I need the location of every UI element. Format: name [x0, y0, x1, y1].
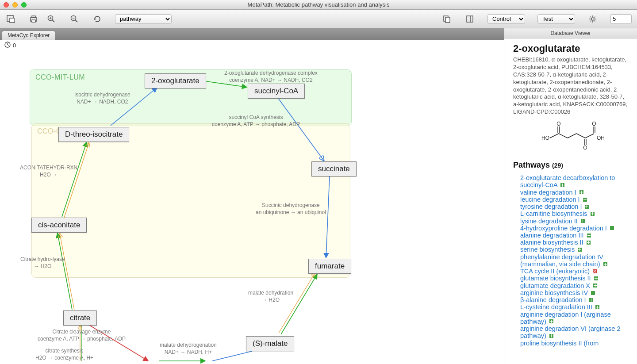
zoom-window-icon[interactable]: [21, 2, 27, 8]
pathway-canvas[interactable]: CCO-MIT-LUMCCO-C: [0, 51, 504, 364]
zoom-out-icon[interactable]: [69, 14, 80, 24]
compound-title: 2-oxoglutarate: [513, 43, 631, 54]
gear-icon[interactable]: [587, 14, 598, 24]
add-pathway-icon[interactable]: [579, 190, 583, 194]
pathway-link[interactable]: arginine degradation I (arginase pathway…: [520, 311, 611, 325]
node-citrate[interactable]: citrate: [63, 310, 97, 326]
edge-label: malate dehydration→ H2O: [248, 290, 293, 303]
pathway-link[interactable]: TCA cycle II (eukaryotic): [520, 268, 590, 275]
pathway-item: glutamate biosynthesis II: [520, 275, 631, 282]
add-pathway-icon[interactable]: [581, 219, 585, 223]
pathway-link[interactable]: lysine degradation II: [520, 218, 578, 225]
add-pathway-icon[interactable]: [610, 226, 614, 230]
add-pathway-icon[interactable]: [587, 234, 591, 238]
compound-structure: O O O HO OH: [513, 120, 631, 153]
add-pathway-icon[interactable]: [591, 212, 595, 216]
pathway-link[interactable]: glutamate degradation X: [520, 282, 590, 289]
pathway-link[interactable]: glutamate biosynthesis II: [520, 275, 591, 282]
svg-line-11: [75, 20, 77, 22]
test-select[interactable]: Test: [537, 14, 575, 24]
print-icon[interactable]: [28, 14, 39, 24]
panel-icon[interactable]: [464, 14, 475, 24]
svg-point-18: [591, 18, 594, 20]
pathway-item: 2-oxoglutarate decarboxylation to succin…: [520, 174, 631, 188]
number-spinner[interactable]: [610, 14, 632, 24]
add-pathway-icon[interactable]: [578, 248, 582, 252]
pathway-link[interactable]: arginine degradation VI (arginase 2 path…: [520, 325, 621, 339]
pathway-item: arginine degradation VI (arginase 2 path…: [520, 325, 631, 339]
add-pathway-icon[interactable]: [549, 334, 553, 338]
node-succinylcoa[interactable]: succinyl-CoA: [248, 84, 305, 99]
node-oxoglutarate[interactable]: 2-oxoglutarate: [145, 73, 206, 88]
pathways-heading: Pathways (29): [513, 161, 631, 170]
svg-line-29: [8, 45, 9, 46]
node-smalate[interactable]: (S)-malate: [246, 336, 294, 351]
pathway-item: leucine degradation I: [520, 196, 631, 203]
pathway-item: L-carnitine biosynthesis: [520, 210, 631, 217]
svg-line-47: [568, 134, 576, 138]
svg-text:O: O: [583, 145, 587, 151]
tab-metacyc-explorer[interactable]: MetaCyc Explorer: [2, 31, 55, 40]
pathway-link[interactable]: alanine degradation III: [520, 232, 584, 239]
pathway-item: TCA cycle II (eukaryotic): [520, 268, 631, 275]
layout-icon[interactable]: [5, 14, 16, 24]
svg-line-45: [550, 134, 559, 138]
zoom-in-icon[interactable]: [46, 14, 57, 24]
remove-pathway-icon[interactable]: [593, 269, 597, 273]
add-pathway-icon[interactable]: [585, 205, 589, 209]
pathway-link[interactable]: proline biosynthesis II (from: [520, 340, 599, 347]
pathway-item: arginine degradation I (arginase pathway…: [520, 311, 631, 325]
close-window-icon[interactable]: [4, 2, 9, 8]
svg-text:OH: OH: [597, 135, 605, 141]
add-pathway-icon[interactable]: [595, 305, 599, 309]
tab-bar: MetaCyc Explorer: [0, 28, 504, 40]
minimize-window-icon[interactable]: [12, 2, 18, 8]
status-line: 0: [0, 40, 504, 51]
node-cisaconitate[interactable]: cis-aconitate: [31, 218, 87, 233]
database-viewer-header: Database Viewer: [504, 28, 637, 38]
pathway-link[interactable]: β-alanine degradation I: [520, 296, 586, 303]
pathway-link[interactable]: serine biosynthesis: [520, 246, 575, 253]
add-pathway-icon[interactable]: [591, 291, 595, 295]
toolbar: pathway Control Test: [0, 10, 637, 28]
region-label: CCO-MIT-LUM: [35, 73, 85, 81]
pathway-link[interactable]: leucine degradation I: [520, 196, 580, 203]
node-fumarate[interactable]: fumarate: [308, 259, 351, 274]
pathway-link[interactable]: alanine biosynthesis II: [520, 239, 583, 246]
pathway-item: lysine degradation II: [520, 218, 631, 225]
node-isocitrate[interactable]: D-threo-isocitrate: [58, 127, 129, 142]
add-pathway-icon[interactable]: [560, 183, 564, 187]
control-select[interactable]: Control: [487, 14, 525, 24]
svg-marker-13: [94, 19, 96, 20]
pathway-link[interactable]: phenylalanine degradation IV (mammalian,…: [520, 253, 603, 268]
pathway-item: glutamate degradation X: [520, 282, 631, 289]
pathway-item: β-alanine degradation I: [520, 296, 631, 303]
add-pathway-icon[interactable]: [593, 284, 597, 287]
pathway-select[interactable]: pathway: [115, 14, 172, 24]
pathway-item: L-cysteine degradation III: [520, 303, 631, 310]
pathway-link[interactable]: L-cysteine degradation III: [520, 303, 592, 310]
add-pathway-icon[interactable]: [589, 298, 593, 302]
pathway-link[interactable]: valine degradation I: [520, 189, 576, 196]
pathway-link[interactable]: tyrosine degradation I: [520, 203, 582, 210]
pathway-item: arginine biosynthesis IV: [520, 289, 631, 296]
pathway-list: 2-oxoglutarate decarboxylation to succin…: [513, 174, 631, 347]
add-pathway-icon[interactable]: [549, 319, 553, 323]
pathway-link[interactable]: 4-hydroxyproline degradation I: [520, 225, 607, 232]
copy-icon[interactable]: [441, 14, 452, 24]
pathway-link[interactable]: arginine biosynthesis IV: [520, 289, 588, 296]
pathway-item: alanine biosynthesis II: [520, 239, 631, 246]
database-viewer-panel: Database Viewer 2-oxoglutarate CHEBI:168…: [504, 28, 637, 364]
add-pathway-icon[interactable]: [587, 241, 591, 245]
left-panel: MetaCyc Explorer 0 CCO-MIT-LUMCCO-C: [0, 28, 504, 364]
pathway-link[interactable]: 2-oxoglutarate decarboxylation to succin…: [520, 174, 615, 188]
svg-rect-16: [467, 16, 473, 22]
add-pathway-icon[interactable]: [583, 198, 587, 202]
add-pathway-icon[interactable]: [603, 262, 607, 266]
svg-rect-1: [10, 18, 14, 23]
node-succinate[interactable]: succinate: [311, 161, 357, 176]
refresh-icon[interactable]: [92, 14, 103, 24]
pathway-link[interactable]: L-carnitine biosynthesis: [520, 210, 587, 217]
add-pathway-icon[interactable]: [594, 276, 598, 280]
svg-line-38: [281, 274, 317, 334]
